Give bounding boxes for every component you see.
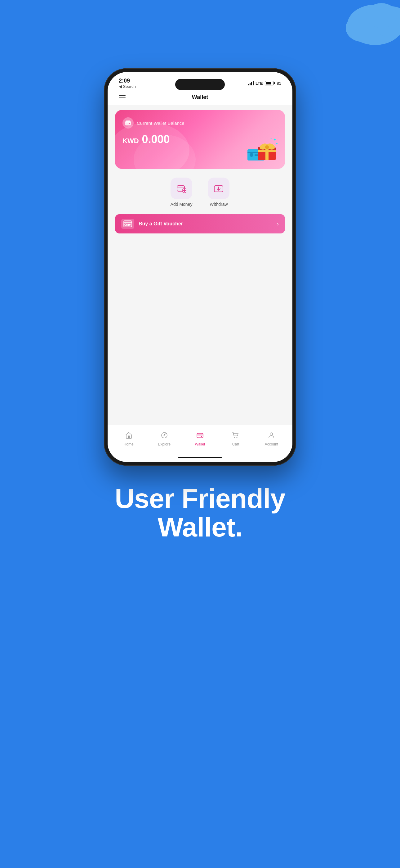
hamburger-menu-button[interactable] bbox=[119, 95, 126, 99]
voucher-label: Buy a Gift Voucher bbox=[139, 221, 277, 227]
nav-item-explore[interactable]: Explore bbox=[154, 432, 175, 446]
nav-cart-label: Cart bbox=[232, 442, 239, 446]
balance-amount: 0.000 bbox=[142, 133, 170, 146]
nav-account-label: Account bbox=[265, 442, 278, 446]
home-icon bbox=[125, 432, 132, 441]
signal-bars bbox=[248, 81, 254, 85]
account-icon bbox=[268, 432, 275, 441]
svg-point-3 bbox=[366, 3, 397, 28]
page-title: Wallet bbox=[192, 94, 208, 101]
bottom-navigation: Home Explore bbox=[108, 425, 292, 453]
wallet-balance-card: Current Wallet Balance KWD 0.000 bbox=[115, 110, 285, 169]
svg-rect-32 bbox=[128, 224, 131, 225]
svg-point-19 bbox=[265, 145, 269, 149]
buy-gift-voucher-banner[interactable]: Buy a Gift Voucher › bbox=[115, 214, 285, 234]
hamburger-line-1 bbox=[119, 95, 126, 96]
status-right: LTE 81 bbox=[248, 81, 281, 86]
nav-home-label: Home bbox=[124, 442, 134, 446]
svg-text:✦: ✦ bbox=[276, 142, 278, 145]
svg-text:✦: ✦ bbox=[273, 137, 276, 142]
hamburger-line-3 bbox=[119, 99, 126, 99]
cart-icon bbox=[232, 432, 239, 441]
svg-point-39 bbox=[234, 437, 235, 438]
withdraw-icon bbox=[214, 184, 224, 193]
action-buttons-row: Add Money Withdraw bbox=[115, 178, 285, 207]
voucher-card-icon bbox=[124, 220, 132, 227]
voucher-icon bbox=[121, 219, 134, 229]
svg-text:✦: ✦ bbox=[270, 137, 272, 140]
battery bbox=[265, 81, 275, 85]
battery-percentage: 81 bbox=[277, 81, 281, 86]
home-indicator bbox=[108, 453, 292, 462]
phone-screen: 2:09 ◀ Search LTE bbox=[108, 72, 292, 462]
gift-illustration: ✦ ✦ ✦ bbox=[246, 132, 280, 166]
balance-label: Current Wallet Balance bbox=[137, 120, 185, 126]
signal-bar-2 bbox=[249, 83, 251, 85]
battery-tip bbox=[274, 82, 275, 84]
status-time: 2:09 bbox=[119, 78, 136, 84]
svg-point-10 bbox=[249, 153, 253, 157]
top-nav-bar: Wallet bbox=[108, 89, 292, 105]
nav-item-wallet[interactable]: Wallet bbox=[189, 432, 211, 446]
svg-point-41 bbox=[270, 433, 272, 435]
balance-currency: KWD bbox=[123, 137, 139, 145]
battery-body bbox=[265, 81, 273, 85]
lte-label: LTE bbox=[256, 81, 263, 86]
svg-rect-6 bbox=[126, 120, 130, 122]
svg-rect-15 bbox=[265, 147, 269, 160]
explore-icon bbox=[161, 432, 168, 441]
add-money-label: Add Money bbox=[171, 202, 193, 207]
battery-fill bbox=[266, 82, 271, 85]
add-money-button[interactable]: Add Money bbox=[171, 178, 193, 207]
wallet-nav-icon bbox=[196, 432, 204, 441]
svg-point-38 bbox=[201, 436, 202, 437]
phone-notch bbox=[175, 79, 225, 90]
signal-bar-4 bbox=[253, 81, 254, 85]
tagline-line1: User Friendly bbox=[115, 483, 285, 514]
nav-item-home[interactable]: Home bbox=[118, 432, 139, 446]
withdraw-label: Withdraw bbox=[210, 202, 228, 207]
phone-frame: 2:09 ◀ Search LTE bbox=[104, 68, 296, 466]
wallet-icon-circle bbox=[123, 117, 134, 128]
svg-rect-37 bbox=[197, 434, 203, 436]
status-left: 2:09 ◀ Search bbox=[119, 78, 136, 89]
home-bar bbox=[178, 457, 222, 458]
svg-rect-16 bbox=[258, 150, 276, 152]
signal-bar-3 bbox=[251, 82, 252, 85]
cloud-decoration bbox=[332, 0, 400, 50]
svg-point-40 bbox=[237, 437, 237, 438]
status-search: ◀ Search bbox=[119, 84, 136, 89]
svg-point-7 bbox=[129, 123, 130, 124]
tagline-section: User Friendly Wallet. bbox=[90, 484, 310, 542]
nav-item-account[interactable]: Account bbox=[261, 432, 282, 446]
tagline-text: User Friendly Wallet. bbox=[115, 484, 285, 542]
phone-mockup: 2:09 ◀ Search LTE bbox=[104, 68, 296, 466]
add-money-icon bbox=[176, 184, 186, 193]
nav-explore-label: Explore bbox=[158, 442, 171, 446]
nav-wallet-label: Wallet bbox=[195, 442, 205, 446]
content-area: Current Wallet Balance KWD 0.000 bbox=[108, 105, 292, 425]
wallet-icon bbox=[125, 120, 131, 125]
card-header: Current Wallet Balance bbox=[123, 117, 277, 128]
signal-bar-1 bbox=[248, 84, 249, 85]
nav-item-cart[interactable]: Cart bbox=[225, 432, 246, 446]
hamburger-line-2 bbox=[119, 97, 126, 97]
add-money-icon-circle bbox=[171, 178, 192, 199]
voucher-chevron-icon: › bbox=[277, 221, 279, 227]
svg-rect-33 bbox=[128, 225, 130, 226]
withdraw-icon-circle bbox=[208, 178, 229, 199]
svg-rect-24 bbox=[177, 187, 185, 188]
withdraw-button[interactable]: Withdraw bbox=[208, 178, 229, 207]
tagline-line2: Wallet. bbox=[158, 512, 242, 542]
svg-rect-34 bbox=[128, 436, 130, 438]
